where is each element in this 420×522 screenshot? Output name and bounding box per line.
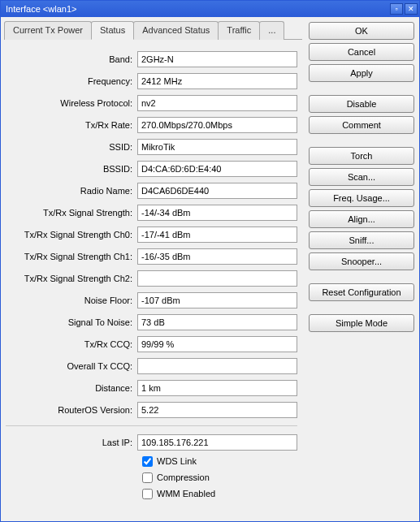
wmm-enabled-checkbox[interactable] <box>142 489 153 499</box>
wireless-protocol-field[interactable] <box>137 95 297 111</box>
titlebar: Interface <wlan1> ▫ ✕ <box>1 1 419 17</box>
bssid-field[interactable] <box>137 161 297 177</box>
compression-checkbox[interactable] <box>142 472 153 483</box>
wds-link-label: WDS Link <box>157 456 197 466</box>
freq-usage-button[interactable]: Freq. Usage... <box>309 189 414 207</box>
frequency-label: Frequency: <box>6 76 137 86</box>
compression-label: Compression <box>157 472 210 482</box>
tab-status[interactable]: Status <box>91 21 134 40</box>
txrx-signal-ch1-field[interactable] <box>137 248 297 265</box>
titlebar-buttons: ▫ ✕ <box>390 3 418 15</box>
ssid-label: SSID: <box>6 142 137 152</box>
last-ip-label: Last IP: <box>6 438 137 447</box>
window: Interface <wlan1> ▫ ✕ Current Tx Power S… <box>0 0 420 522</box>
align-button[interactable]: Align... <box>309 210 414 228</box>
radio-name-field[interactable] <box>137 183 297 199</box>
noise-floor-field[interactable] <box>137 292 297 308</box>
txrx-ccq-label: Tx/Rx CCQ: <box>6 339 137 349</box>
band-field[interactable] <box>137 51 297 67</box>
wds-link-checkbox[interactable] <box>142 456 153 467</box>
ok-button[interactable]: OK <box>309 22 414 40</box>
txrx-rate-field[interactable] <box>137 117 297 133</box>
txrx-signal-ch2-label: Tx/Rx Signal Strength Ch2: <box>6 274 137 283</box>
txrx-signal-label: Tx/Rx Signal Strength: <box>6 208 137 218</box>
txrx-rate-label: Tx/Rx Rate: <box>6 120 137 130</box>
routeros-version-label: RouterOS Version: <box>6 405 137 415</box>
simple-mode-button[interactable]: Simple Mode <box>309 314 414 332</box>
distance-label: Distance: <box>6 383 137 393</box>
reset-configuration-button[interactable]: Reset Configuration <box>309 283 414 301</box>
band-label: Band: <box>6 54 137 64</box>
ssid-field[interactable] <box>137 139 297 155</box>
tabs: Current Tx Power Status Advanced Status … <box>4 20 302 40</box>
overall-tx-ccq-label: Overall Tx CCQ: <box>6 361 137 371</box>
minimize-icon[interactable]: ▫ <box>390 3 403 15</box>
tab-more[interactable]: ... <box>259 21 284 40</box>
txrx-signal-ch0-label: Tx/Rx Signal Strength Ch0: <box>6 230 137 239</box>
tab-traffic[interactable]: Traffic <box>218 21 260 40</box>
sniff-button[interactable]: Sniff... <box>309 231 414 249</box>
tab-advanced-status[interactable]: Advanced Status <box>133 21 219 40</box>
close-icon[interactable]: ✕ <box>405 3 418 15</box>
txrx-signal-ch2-field[interactable] <box>137 270 297 287</box>
txrx-signal-ch1-label: Tx/Rx Signal Strength Ch1: <box>6 252 137 261</box>
apply-button[interactable]: Apply <box>309 64 414 82</box>
wmm-enabled-label: WMM Enabled <box>157 489 215 498</box>
torch-button[interactable]: Torch <box>309 147 414 165</box>
bssid-label: BSSID: <box>6 164 137 174</box>
comment-button[interactable]: Comment <box>309 116 414 134</box>
client-area: Current Tx Power Status Advanced Status … <box>1 17 419 521</box>
txrx-ccq-field[interactable] <box>137 336 297 352</box>
left-pane: Current Tx Power Status Advanced Status … <box>1 17 305 521</box>
wireless-protocol-label: Wireless Protocol: <box>6 98 137 108</box>
txrx-signal-field[interactable] <box>137 205 297 221</box>
signal-to-noise-field[interactable] <box>137 314 297 330</box>
disable-button[interactable]: Disable <box>309 95 414 113</box>
txrx-signal-ch0-field[interactable] <box>137 226 297 243</box>
noise-floor-label: Noise Floor: <box>6 296 137 305</box>
tab-current-tx-power[interactable]: Current Tx Power <box>4 21 92 40</box>
frequency-field[interactable] <box>137 73 297 89</box>
cancel-button[interactable]: Cancel <box>309 43 414 61</box>
radio-name-label: Radio Name: <box>6 186 137 196</box>
distance-field[interactable] <box>137 380 297 396</box>
signal-to-noise-label: Signal To Noise: <box>6 317 137 327</box>
routeros-version-field[interactable] <box>137 402 297 418</box>
overall-tx-ccq-field[interactable] <box>137 358 297 374</box>
scan-button[interactable]: Scan... <box>309 168 414 186</box>
right-pane: OK Cancel Apply Disable Comment Torch Sc… <box>305 17 419 521</box>
last-ip-field[interactable] <box>137 434 297 451</box>
tab-content-status: Band: Frequency: Wireless Protocol: Tx/R… <box>4 40 302 505</box>
snooper-button[interactable]: Snooper... <box>309 252 414 270</box>
separator <box>6 425 297 426</box>
window-title: Interface <wlan1> <box>6 4 390 14</box>
